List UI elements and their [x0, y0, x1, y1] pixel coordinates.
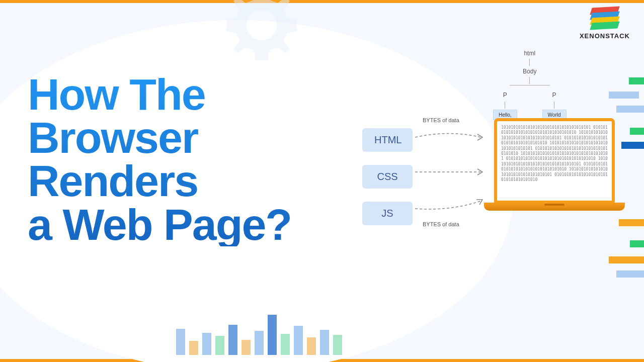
laptop-icon: 1010101010101010101010101010101010101 01…: [484, 118, 625, 224]
title-line-4: a Web Page?: [28, 200, 291, 249]
decorative-bottom-bars: [176, 315, 342, 355]
logo-layers-icon: [580, 9, 630, 29]
tree-body: Body: [493, 68, 567, 75]
arrow-css: [415, 164, 486, 179]
tree-p2: P: [552, 92, 556, 99]
title-line-1: How The: [28, 69, 205, 119]
source-html: HTML: [362, 128, 413, 152]
arrow-html: [415, 127, 486, 147]
brand-logo: XENONSTACK: [580, 9, 630, 40]
source-js: JS: [362, 202, 413, 225]
source-boxes: HTML CSS JS: [362, 128, 413, 225]
source-css: CSS: [362, 165, 413, 189]
render-diagram: html Body P Hello, P World BYTES of data…: [352, 48, 634, 259]
bytes-label-bottom: BYTES of data: [423, 221, 459, 227]
arrow-js: [415, 194, 486, 214]
bytes-label-top: BYTES of data: [423, 117, 459, 123]
main-title: How The Browser Renders a Web Page?: [28, 73, 291, 246]
gear-icon: [211, 0, 312, 75]
tree-p1: P: [503, 92, 507, 99]
laptop-base: [484, 203, 625, 211]
top-border: [0, 0, 644, 3]
laptop-screen: 1010101010101010101010101010101010101 01…: [494, 118, 615, 204]
dom-tree: html Body P Hello, P World: [493, 48, 567, 120]
brand-name: XENONSTACK: [580, 32, 630, 40]
title-line-3: Renders: [28, 156, 198, 206]
binary-data: 1010101010101010101010101010101010101 01…: [501, 125, 608, 183]
title-line-2: Browser: [28, 113, 198, 162]
tree-root: html: [493, 50, 567, 57]
